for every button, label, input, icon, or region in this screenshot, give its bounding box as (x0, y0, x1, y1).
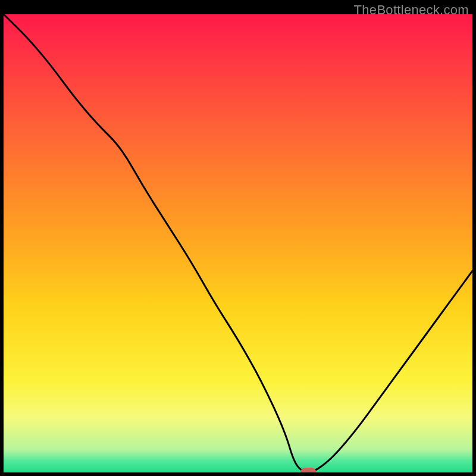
gradient-background (4, 14, 472, 472)
optimal-marker (300, 468, 316, 472)
chart-svg (4, 14, 472, 472)
plot-area (4, 14, 472, 472)
chart-container: TheBottleneck.com (0, 0, 476, 476)
